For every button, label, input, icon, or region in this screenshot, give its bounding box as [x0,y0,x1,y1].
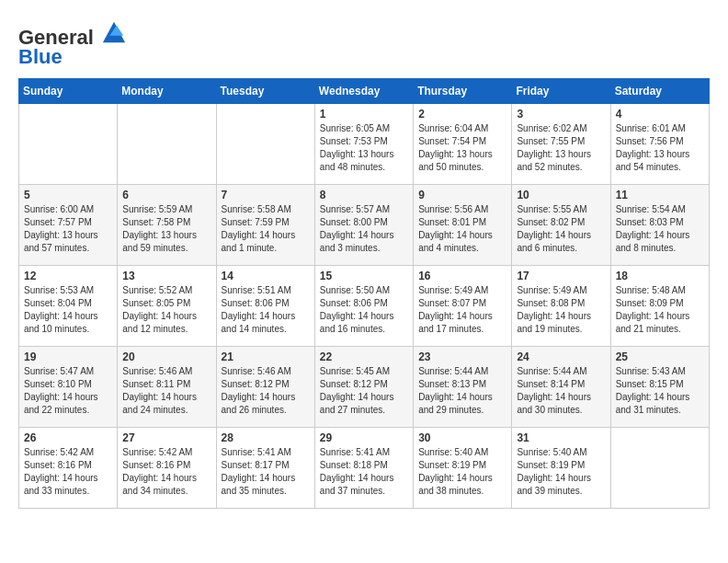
day-number: 3 [517,108,605,121]
day-number: 24 [517,350,605,363]
calendar-cell: 16Sunrise: 5:49 AM Sunset: 8:07 PM Dayli… [414,266,512,347]
day-header-sunday: Sunday [19,79,118,104]
day-info: Sunrise: 5:54 AM Sunset: 8:03 PM Dayligh… [616,203,704,255]
day-header-saturday: Saturday [610,79,709,104]
day-info: Sunrise: 5:50 AM Sunset: 8:06 PM Dayligh… [320,284,408,336]
calendar-cell: 1Sunrise: 6:05 AM Sunset: 7:53 PM Daylig… [314,104,413,185]
calendar-cell: 9Sunrise: 5:56 AM Sunset: 8:01 PM Daylig… [414,185,512,266]
day-info: Sunrise: 5:51 AM Sunset: 8:06 PM Dayligh… [222,284,310,336]
day-number: 23 [418,350,506,363]
calendar-cell: 29Sunrise: 5:41 AM Sunset: 8:18 PM Dayli… [314,428,413,509]
week-row-1: 1Sunrise: 6:05 AM Sunset: 7:53 PM Daylig… [19,104,710,185]
day-info: Sunrise: 5:42 AM Sunset: 8:16 PM Dayligh… [24,446,112,498]
calendar-cell: 2Sunrise: 6:04 AM Sunset: 7:54 PM Daylig… [414,104,512,185]
day-number: 5 [24,189,112,201]
day-number: 16 [418,270,506,282]
day-number: 6 [122,189,210,201]
day-info: Sunrise: 6:04 AM Sunset: 7:54 PM Dayligh… [418,122,506,174]
day-number: 27 [122,431,210,444]
day-number: 13 [122,270,210,282]
day-number: 2 [418,108,506,121]
day-number: 21 [222,350,310,363]
week-row-5: 26Sunrise: 5:42 AM Sunset: 8:16 PM Dayli… [19,428,710,509]
day-info: Sunrise: 6:00 AM Sunset: 7:57 PM Dayligh… [24,203,112,255]
day-info: Sunrise: 5:55 AM Sunset: 8:02 PM Dayligh… [517,203,605,255]
day-number: 29 [320,431,408,444]
logo: General Blue [18,18,127,69]
day-number: 17 [517,270,605,282]
day-number: 15 [320,270,408,282]
calendar-cell: 8Sunrise: 5:57 AM Sunset: 8:00 PM Daylig… [314,185,413,266]
calendar-cell: 27Sunrise: 5:42 AM Sunset: 8:16 PM Dayli… [118,428,216,509]
day-info: Sunrise: 5:43 AM Sunset: 8:15 PM Dayligh… [616,365,704,417]
logo-icon [101,18,127,44]
day-header-friday: Friday [512,79,610,104]
day-info: Sunrise: 5:48 AM Sunset: 8:09 PM Dayligh… [616,284,704,336]
week-row-2: 5Sunrise: 6:00 AM Sunset: 7:57 PM Daylig… [19,185,710,266]
day-info: Sunrise: 6:05 AM Sunset: 7:53 PM Dayligh… [320,122,408,174]
day-header-tuesday: Tuesday [216,79,314,104]
calendar-cell: 15Sunrise: 5:50 AM Sunset: 8:06 PM Dayli… [314,266,413,347]
day-number: 25 [616,350,704,363]
day-info: Sunrise: 5:46 AM Sunset: 8:11 PM Dayligh… [122,365,210,417]
day-number: 10 [517,189,605,201]
calendar-cell: 11Sunrise: 5:54 AM Sunset: 8:03 PM Dayli… [610,185,709,266]
day-info: Sunrise: 5:58 AM Sunset: 7:59 PM Dayligh… [222,203,310,255]
day-info: Sunrise: 5:44 AM Sunset: 8:13 PM Dayligh… [418,365,506,417]
calendar-table: SundayMondayTuesdayWednesdayThursdayFrid… [18,78,710,509]
day-number: 14 [222,270,310,282]
calendar-cell [610,428,709,509]
day-number: 11 [616,189,704,201]
day-info: Sunrise: 5:57 AM Sunset: 8:00 PM Dayligh… [320,203,408,255]
day-info: Sunrise: 5:40 AM Sunset: 8:19 PM Dayligh… [517,446,605,498]
calendar-cell: 14Sunrise: 5:51 AM Sunset: 8:06 PM Dayli… [216,266,314,347]
day-info: Sunrise: 5:40 AM Sunset: 8:19 PM Dayligh… [418,446,506,498]
calendar-cell: 19Sunrise: 5:47 AM Sunset: 8:10 PM Dayli… [19,347,118,428]
calendar-cell: 7Sunrise: 5:58 AM Sunset: 7:59 PM Daylig… [216,185,314,266]
day-header-wednesday: Wednesday [314,79,413,104]
day-number: 26 [24,431,112,444]
day-number: 4 [616,108,704,121]
day-header-monday: Monday [118,79,216,104]
day-header-thursday: Thursday [414,79,512,104]
week-row-4: 19Sunrise: 5:47 AM Sunset: 8:10 PM Dayli… [19,347,710,428]
calendar-cell: 24Sunrise: 5:44 AM Sunset: 8:14 PM Dayli… [512,347,610,428]
day-info: Sunrise: 5:44 AM Sunset: 8:14 PM Dayligh… [517,365,605,417]
calendar-cell: 18Sunrise: 5:48 AM Sunset: 8:09 PM Dayli… [610,266,709,347]
calendar-cell: 25Sunrise: 5:43 AM Sunset: 8:15 PM Dayli… [610,347,709,428]
calendar-cell: 6Sunrise: 5:59 AM Sunset: 7:58 PM Daylig… [118,185,216,266]
calendar-cell: 4Sunrise: 6:01 AM Sunset: 7:56 PM Daylig… [610,104,709,185]
calendar-cell: 3Sunrise: 6:02 AM Sunset: 7:55 PM Daylig… [512,104,610,185]
day-info: Sunrise: 5:46 AM Sunset: 8:12 PM Dayligh… [222,365,310,417]
calendar-cell: 23Sunrise: 5:44 AM Sunset: 8:13 PM Dayli… [414,347,512,428]
day-number: 19 [24,350,112,363]
day-info: Sunrise: 6:02 AM Sunset: 7:55 PM Dayligh… [517,122,605,174]
day-number: 12 [24,270,112,282]
day-number: 8 [320,189,408,201]
day-info: Sunrise: 5:56 AM Sunset: 8:01 PM Dayligh… [418,203,506,255]
calendar-cell: 10Sunrise: 5:55 AM Sunset: 8:02 PM Dayli… [512,185,610,266]
day-number: 9 [418,189,506,201]
day-info: Sunrise: 5:42 AM Sunset: 8:16 PM Dayligh… [122,446,210,498]
calendar-cell: 31Sunrise: 5:40 AM Sunset: 8:19 PM Dayli… [512,428,610,509]
week-row-3: 12Sunrise: 5:53 AM Sunset: 8:04 PM Dayli… [19,266,710,347]
day-number: 28 [222,431,310,444]
calendar-cell: 30Sunrise: 5:40 AM Sunset: 8:19 PM Dayli… [414,428,512,509]
page-header: General Blue [18,18,710,69]
day-number: 30 [418,431,506,444]
day-number: 18 [616,270,704,282]
day-info: Sunrise: 5:59 AM Sunset: 7:58 PM Dayligh… [122,203,210,255]
calendar-cell: 5Sunrise: 6:00 AM Sunset: 7:57 PM Daylig… [19,185,118,266]
day-info: Sunrise: 5:45 AM Sunset: 8:12 PM Dayligh… [320,365,408,417]
day-info: Sunrise: 5:47 AM Sunset: 8:10 PM Dayligh… [24,365,112,417]
day-info: Sunrise: 5:53 AM Sunset: 8:04 PM Dayligh… [24,284,112,336]
calendar-cell: 26Sunrise: 5:42 AM Sunset: 8:16 PM Dayli… [19,428,118,509]
day-number: 22 [320,350,408,363]
day-info: Sunrise: 5:41 AM Sunset: 8:18 PM Dayligh… [320,446,408,498]
day-info: Sunrise: 5:41 AM Sunset: 8:17 PM Dayligh… [222,446,310,498]
calendar-cell: 21Sunrise: 5:46 AM Sunset: 8:12 PM Dayli… [216,347,314,428]
calendar-cell: 13Sunrise: 5:52 AM Sunset: 8:05 PM Dayli… [118,266,216,347]
calendar-cell [118,104,216,185]
calendar-cell: 22Sunrise: 5:45 AM Sunset: 8:12 PM Dayli… [314,347,413,428]
day-info: Sunrise: 5:49 AM Sunset: 8:08 PM Dayligh… [517,284,605,336]
